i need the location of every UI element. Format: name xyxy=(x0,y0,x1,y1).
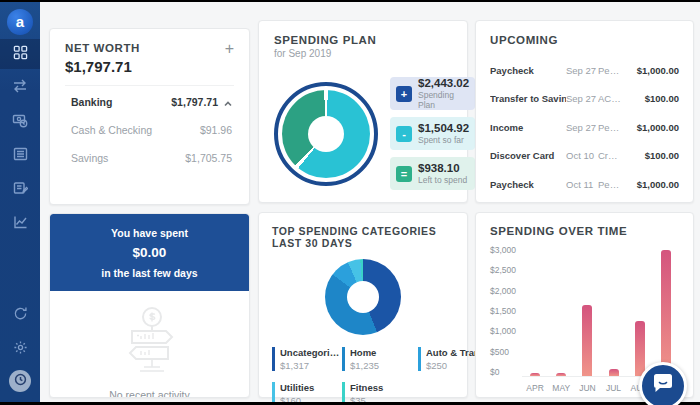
upcoming-name: Paycheck xyxy=(490,179,566,190)
sidebar-item-bills[interactable] xyxy=(0,175,40,205)
spending-plan-donut-chart xyxy=(282,90,370,178)
upcoming-name: Transfer to Savings xyxy=(490,93,566,104)
legend-label: Utilities xyxy=(280,382,342,393)
spent-banner-line1: You have spent xyxy=(58,227,241,239)
upcoming-title: UPCOMING xyxy=(490,34,679,46)
sidebar-item-budget[interactable] xyxy=(0,107,40,137)
x-tick-label: JUL xyxy=(601,383,627,393)
accounts-list-icon xyxy=(13,147,28,165)
y-tick-label: $500 xyxy=(490,347,509,357)
signpost-illustration xyxy=(50,305,249,377)
bar-slot xyxy=(574,249,600,376)
plan-stat-row: -$1,504.92Spent so far xyxy=(390,117,475,150)
net-worth-row[interactable]: Cash & Checking$91.96 xyxy=(65,116,234,144)
upcoming-amount: $1,000.00 xyxy=(625,65,679,76)
upcoming-account: Personal Inc... xyxy=(598,65,625,76)
categories-title: TOP SPENDING CATEGORIES LAST 30 DAYS xyxy=(272,225,454,249)
upcoming-account: Personal Inc... xyxy=(598,179,625,190)
sidebar-item-refresh[interactable] xyxy=(0,300,40,330)
spending-plan-donut-ring xyxy=(274,82,378,186)
donut-hole xyxy=(308,116,344,152)
bar-slot xyxy=(627,249,653,376)
upcoming-account: Credit Card ... xyxy=(598,150,625,161)
sidebar-item-accounts[interactable] xyxy=(0,141,40,171)
net-worth-amount: $1,797.71 xyxy=(65,58,140,75)
net-worth-rows: Banking$1,797.71Cash & Checking$91.96Sav… xyxy=(65,88,234,172)
legend-label: Uncategorized xyxy=(280,347,342,358)
bar-chart-plot xyxy=(522,249,679,377)
spent-so-far-icon: - xyxy=(396,126,412,142)
recent-activity-card: You have spent $0.00 in the last few day… xyxy=(49,213,250,398)
upcoming-account: Personal Inc... xyxy=(598,122,625,133)
line-chart-icon xyxy=(13,215,28,233)
account-group-value: $91.96 xyxy=(200,124,232,136)
plan-stat-row: +$2,443.02Spending Plan xyxy=(390,77,475,110)
sidebar-item-history[interactable] xyxy=(9,370,31,392)
money-clock-icon xyxy=(12,113,28,132)
sidebar-item-dashboard[interactable] xyxy=(0,39,40,69)
account-group-value-wrap: $1,797.71 xyxy=(171,96,232,108)
account-group-label: Savings xyxy=(71,152,108,164)
account-group-label: Cash & Checking xyxy=(71,124,152,136)
over-time-title: SPENDING OVER TIME xyxy=(490,225,679,237)
stat-text: $2,443.02Spending Plan xyxy=(418,77,469,110)
stat-text: $1,504.92Spent so far xyxy=(418,122,469,145)
chevron-up-icon[interactable] xyxy=(224,98,232,106)
chat-support-button[interactable] xyxy=(639,362,687,405)
app-logo[interactable]: a xyxy=(7,9,33,35)
upcoming-row[interactable]: PaycheckSep 27Personal Inc...$1,000.00 xyxy=(490,56,679,85)
categories-card: TOP SPENDING CATEGORIES LAST 30 DAYS Unc… xyxy=(258,212,468,398)
stat-label: Left to spend xyxy=(418,175,467,185)
spending-plan-stats: +$2,443.02Spending Plan-$1,504.92Spent s… xyxy=(390,77,475,190)
x-tick-label: APR xyxy=(522,383,548,393)
upcoming-row[interactable]: IncomeSep 27Personal Inc...$1,000.00 xyxy=(490,113,679,142)
legend-item: Home$1,235 xyxy=(342,347,418,371)
spent-banner-line2: in the last few days xyxy=(58,267,241,279)
spending-plan-subtitle: for Sep 2019 xyxy=(274,48,452,59)
no-activity-text: No recent activity xyxy=(50,389,249,398)
stat-text: $938.10Left to spend xyxy=(418,162,467,185)
legend-item: Uncategorized$1,317 xyxy=(272,347,342,371)
add-account-button[interactable]: + xyxy=(225,42,234,56)
net-worth-row[interactable]: Savings$1,705.75 xyxy=(65,144,234,172)
sidebar-item-settings[interactable] xyxy=(0,334,40,364)
y-tick-label: $1,000 xyxy=(490,326,516,336)
categories-legend: Uncategorized$1,317Home$1,235Auto & Tran… xyxy=(272,347,454,405)
upcoming-date: Oct 11 xyxy=(566,179,598,190)
sidebar-item-transfers[interactable] xyxy=(0,73,40,103)
bar-may xyxy=(556,373,566,376)
net-worth-title: NET WORTH xyxy=(65,42,140,54)
upcoming-rows: PaycheckSep 27Personal Inc...$1,000.00Tr… xyxy=(490,56,679,199)
bar-slot xyxy=(601,249,627,376)
y-tick-label: $0 xyxy=(490,367,499,377)
upcoming-name: Paycheck xyxy=(490,65,566,76)
spent-banner: You have spent $0.00 in the last few day… xyxy=(50,214,249,291)
upcoming-date: Sep 27 xyxy=(566,93,598,104)
upcoming-amount: $100.00 xyxy=(625,93,679,104)
plan-stat-row: =$938.10Left to spend xyxy=(390,157,475,190)
net-worth-row[interactable]: Banking$1,797.71 xyxy=(65,88,234,116)
y-tick-label: $3,000 xyxy=(490,245,516,255)
upcoming-row[interactable]: PaycheckOct 11Personal Inc...$1,000.00 xyxy=(490,170,679,199)
bar-aug xyxy=(635,321,645,376)
stat-label: Spent so far xyxy=(418,135,469,145)
sidebar-item-trends[interactable] xyxy=(0,209,40,239)
donut-hole xyxy=(347,281,379,313)
x-tick-label: MAY xyxy=(548,383,574,393)
gear-icon xyxy=(13,340,28,359)
window-border-top xyxy=(0,0,700,2)
bar-slot xyxy=(548,249,574,376)
account-group-value-wrap: $91.96 xyxy=(200,124,232,136)
upcoming-date: Sep 27 xyxy=(566,122,598,133)
net-worth-card: NET WORTH $1,797.71 + Banking$1,797.71Ca… xyxy=(49,28,250,205)
y-tick-label: $1,500 xyxy=(490,306,516,316)
upcoming-row[interactable]: Discover CardOct 10Credit Card ...$100.0… xyxy=(490,142,679,171)
upcoming-account: ACCOUNT N... xyxy=(598,93,625,104)
upcoming-row[interactable]: Transfer to SavingsSep 27ACCOUNT N...$10… xyxy=(490,85,679,114)
spent-banner-amount: $0.00 xyxy=(58,245,241,260)
upcoming-card: UPCOMING PaycheckSep 27Personal Inc...$1… xyxy=(475,20,694,203)
upcoming-date: Oct 10 xyxy=(566,150,598,161)
history-clock-icon xyxy=(14,372,27,390)
spending-plan-title: SPENDING PLAN xyxy=(274,34,452,46)
categories-donut-chart xyxy=(325,259,401,335)
